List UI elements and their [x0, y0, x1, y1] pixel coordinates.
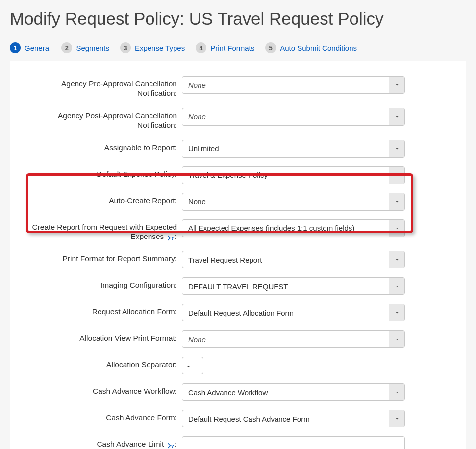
help-icon[interactable]: ? [167, 235, 175, 241]
page-title: Modify Request Policy: US Travel Request… [10, 9, 466, 28]
chevron-down-icon [389, 384, 404, 400]
svg-text:?: ? [171, 236, 174, 241]
label-imaging-configuration: Imaging Configuration: [30, 277, 182, 290]
label-agency-post-approval: Agency Post-Approval Cancellation Notifi… [30, 108, 182, 130]
select-value: None [182, 197, 389, 206]
chevron-down-icon [389, 77, 404, 93]
help-icon[interactable]: ? [167, 442, 175, 449]
label-colon: : [175, 232, 177, 240]
chevron-down-icon [389, 193, 404, 210]
select-cash-advance-workflow[interactable]: Cash Advance Workflow [182, 383, 405, 401]
select-value: Unlimited [182, 144, 389, 153]
chevron-down-icon [389, 108, 404, 125]
select-value: Travel & Expense Policy [182, 171, 389, 179]
label-cash-advance-form: Cash Advance Form: [30, 410, 182, 422]
wizard-step-segments[interactable]: 2 Segments [61, 42, 109, 53]
chevron-down-icon [389, 220, 404, 237]
select-default-expense-policy[interactable]: Travel & Expense Policy [182, 166, 405, 184]
wizard-steps: 1 General 2 Segments 3 Expense Types 4 P… [10, 40, 466, 55]
select-value: DEFAULT TRAVEL REQUEST [182, 282, 389, 291]
step-number: 5 [265, 42, 276, 53]
select-imaging-configuration[interactable]: DEFAULT TRAVEL REQUEST [182, 277, 405, 295]
label-agency-pre-approval: Agency Pre-Approval Cancellation Notific… [30, 76, 182, 98]
wizard-step-general[interactable]: 1 General [10, 42, 50, 53]
row-cash-advance-form: Cash Advance Form: Default Request Cash … [30, 410, 446, 427]
row-cash-advance-workflow: Cash Advance Workflow: Cash Advance Work… [30, 383, 446, 401]
label-default-expense-policy: Default Expense Policy: [30, 166, 182, 179]
wizard-step-print-formats[interactable]: 4 Print Formats [196, 42, 254, 53]
label-text: Cash Advance Limit [97, 440, 164, 448]
select-request-allocation-form[interactable]: Default Request Allocation Form [182, 304, 405, 321]
step-number: 1 [10, 42, 21, 53]
label-assignable-to-report: Assignable to Report: [30, 140, 182, 152]
label-request-allocation-form: Request Allocation Form: [30, 304, 182, 316]
chevron-down-icon [389, 410, 404, 427]
step-number: 2 [61, 42, 72, 53]
row-allocation-separator: Allocation Separator: [30, 357, 446, 374]
row-cash-advance-limit: Cash Advance Limit ? : [30, 436, 446, 449]
step-label: General [25, 44, 50, 52]
step-label: Segments [76, 44, 109, 52]
row-default-expense-policy: Default Expense Policy: Travel & Expense… [30, 166, 446, 184]
select-create-report-from-request[interactable]: All Expected Expenses (includes 1:1 cust… [182, 219, 405, 237]
select-assignable-to-report[interactable]: Unlimited [182, 140, 405, 158]
select-allocation-view-print-format[interactable]: None [182, 330, 405, 348]
label-auto-create-report: Auto-Create Report: [30, 193, 182, 205]
chevron-down-icon [389, 167, 404, 184]
step-label: Expense Types [135, 44, 185, 52]
row-create-report-from-request: Create Report from Request with Expected… [30, 219, 446, 241]
step-number: 4 [196, 42, 206, 53]
step-label: Auto Submit Conditions [280, 44, 357, 52]
select-value: None [182, 81, 389, 89]
select-value: Travel Request Report [182, 256, 389, 264]
select-cash-advance-form[interactable]: Default Request Cash Advance Form [182, 410, 405, 427]
select-value: Default Request Cash Advance Form [182, 415, 389, 423]
chevron-down-icon [389, 140, 404, 157]
input-cash-advance-limit[interactable] [182, 436, 405, 449]
select-auto-create-report[interactable]: None [182, 193, 405, 211]
label-allocation-separator: Allocation Separator: [30, 357, 182, 369]
row-agency-pre-approval: Agency Pre-Approval Cancellation Notific… [30, 76, 446, 98]
select-print-format-summary[interactable]: Travel Request Report [182, 251, 405, 268]
input-allocation-separator[interactable] [182, 357, 203, 374]
chevron-down-icon [389, 304, 404, 321]
row-auto-create-report: Auto-Create Report: None [30, 193, 446, 211]
label-cash-advance-limit: Cash Advance Limit ? : [30, 436, 182, 449]
select-value: Default Request Allocation Form [182, 309, 389, 317]
row-print-format-summary: Print Format for Report Summary: Travel … [30, 251, 446, 268]
select-value: None [182, 335, 389, 343]
row-request-allocation-form: Request Allocation Form: Default Request… [30, 304, 446, 321]
wizard-step-expense-types[interactable]: 3 Expense Types [120, 42, 185, 53]
label-cash-advance-workflow: Cash Advance Workflow: [30, 383, 182, 396]
label-text: Create Report from Request with Expected… [32, 223, 177, 240]
step-label: Print Formats [210, 44, 254, 52]
chevron-down-icon [389, 278, 404, 294]
chevron-down-icon [389, 331, 404, 347]
select-value: Cash Advance Workflow [182, 388, 389, 396]
select-agency-pre-approval[interactable]: None [182, 76, 405, 94]
row-agency-post-approval: Agency Post-Approval Cancellation Notifi… [30, 108, 446, 130]
label-print-format-summary: Print Format for Report Summary: [30, 251, 182, 263]
label-create-report-from-request: Create Report from Request with Expected… [30, 219, 182, 241]
row-assignable-to-report: Assignable to Report: Unlimited [30, 140, 446, 158]
chevron-down-icon [389, 251, 404, 268]
label-allocation-view-print-format: Allocation View Print Format: [30, 330, 182, 343]
select-value: All Expected Expenses (includes 1:1 cust… [182, 224, 389, 232]
form-panel: Agency Pre-Approval Cancellation Notific… [10, 61, 466, 449]
select-value: None [182, 112, 389, 121]
select-agency-post-approval[interactable]: None [182, 108, 405, 126]
step-number: 3 [120, 42, 131, 53]
label-colon: : [175, 440, 177, 448]
row-imaging-configuration: Imaging Configuration: DEFAULT TRAVEL RE… [30, 277, 446, 295]
wizard-step-auto-submit[interactable]: 5 Auto Submit Conditions [265, 42, 357, 53]
svg-text:?: ? [171, 443, 174, 449]
row-allocation-view-print-format: Allocation View Print Format: None [30, 330, 446, 348]
